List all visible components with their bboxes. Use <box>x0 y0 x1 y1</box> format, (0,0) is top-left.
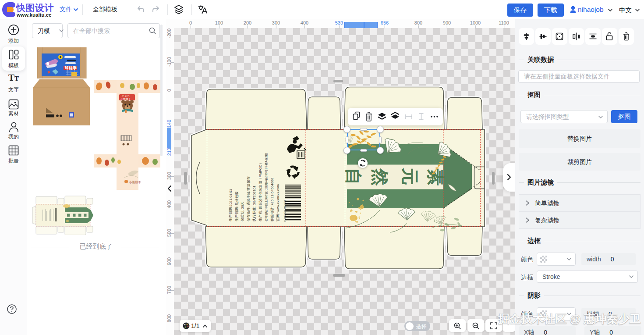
svg-text:球鞋季: 球鞋季 <box>64 66 77 70</box>
svg-text:巧克力: 巧克力 <box>122 94 130 98</box>
svg-text:小熊饼干: 小熊饼干 <box>129 181 141 184</box>
svg-text:小熊饼干: 小熊饼干 <box>120 97 131 100</box>
